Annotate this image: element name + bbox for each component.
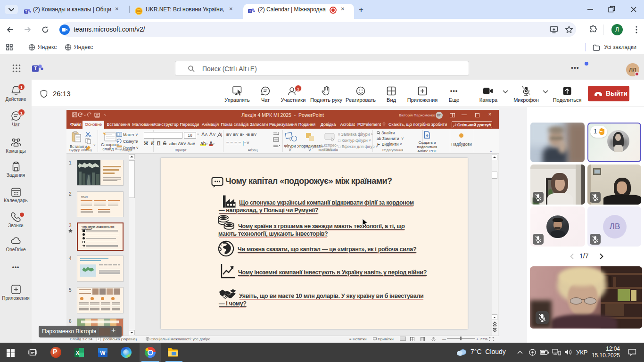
svg-text:T: T xyxy=(25,10,27,13)
svg-text:UN: UN xyxy=(137,10,141,13)
svg-text:T: T xyxy=(249,9,251,13)
svg-text:X: X xyxy=(75,350,79,356)
svg-text:W: W xyxy=(100,350,106,356)
svg-text:T: T xyxy=(34,66,37,71)
